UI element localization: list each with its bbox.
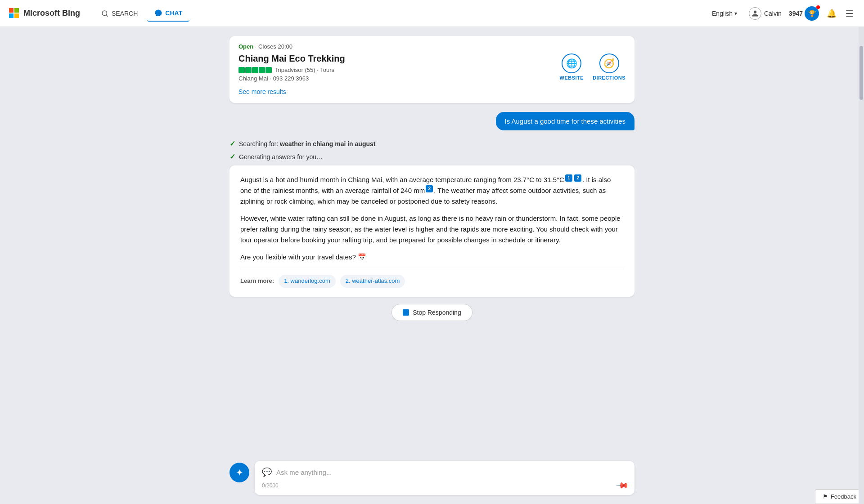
user-section[interactable]: Calvin [749,7,782,20]
business-card: Open · Closes 20:00 Chiang Mai Eco Trekk… [230,36,634,103]
search-input[interactable]: Ask me anything... [276,468,627,476]
star-1 [238,67,245,73]
input-chat-icon: 💬 [262,467,272,477]
ai-paragraph-1: August is a hot and humid month in Chian… [240,174,624,207]
business-actions: 🌐 WEBSITE 🧭 DIRECTIONS [560,54,626,80]
star-4 [259,67,265,73]
reward-badge[interactable]: 3947 🏆 [789,6,819,21]
globe-icon: 🌐 [562,54,581,73]
search-icon [101,9,109,18]
star-2 [245,67,252,73]
reward-count: 3947 [789,10,803,17]
logo[interactable]: Microsoft Bing [9,8,80,19]
business-main: Chiang Mai Eco Trekking Tripadvisor (55) [238,54,626,96]
status-line-2: ✓ Generating answers for you… [230,152,634,161]
stop-square-icon [403,309,409,316]
website-button[interactable]: 🌐 WEBSITE [560,54,584,80]
nav-chat[interactable]: CHAT [147,5,189,22]
check-icon-1: ✓ [230,139,235,148]
chat-label: CHAT [165,9,182,17]
chevron-down-icon: ▾ [734,10,737,17]
check-icon-2: ✓ [230,152,235,161]
avatar: ✦ [230,463,249,482]
ai-response-card: August is a hot and humid month in Chian… [230,165,634,297]
learn-more-label: Learn more: [240,277,274,286]
ai-paragraph-2: However, white water rafting can still b… [240,213,624,245]
citation-3[interactable]: 2 [426,185,433,192]
citation-2[interactable]: 2 [574,174,581,182]
feedback-icon: ⚑ [823,493,828,500]
directions-label: DIRECTIONS [593,75,626,80]
scrollbar[interactable] [859,27,864,504]
learn-more-section: Learn more: 1. wanderlog.com 2. weather-… [240,269,624,288]
svg-line-1 [106,15,108,16]
business-address: Chiang Mai · 093 229 3963 [238,75,345,82]
main-content: Open · Closes 20:00 Chiang Mai Eco Trekk… [0,27,864,504]
status-text-2: Generating answers for you… [239,153,323,161]
chat-icon [154,9,162,17]
brand-name: Microsoft Bing [23,9,80,18]
directions-icon: 🧭 [599,54,619,73]
status-separator: · [255,43,257,50]
status-line-1: ✓ Searching for: weather in chiang mai i… [230,139,634,148]
feedback-label: Feedback [831,493,856,500]
business-name: Chiang Mai Eco Trekking [238,54,345,64]
pin-icon[interactable]: 📌 [615,478,629,492]
review-text: Tripadvisor (55) · Tours [274,67,334,73]
header: Microsoft Bing SEARCH CHAT English ▾ Cal… [0,0,864,27]
input-box: 💬 Ask me anything... 0/2000 📌 [255,461,634,495]
star-5 [266,67,272,73]
stop-btn-container: Stop Responding [230,304,634,321]
star-rating [238,67,272,73]
input-area: ✦ 💬 Ask me anything... 0/2000 📌 [0,454,864,504]
feedback-button[interactable]: ⚑ Feedback [815,489,864,504]
hamburger-menu-icon[interactable] [844,8,855,19]
directions-button[interactable]: 🧭 DIRECTIONS [593,54,626,80]
char-count: 0/2000 [262,482,279,489]
nav-search[interactable]: SEARCH [94,6,145,21]
user-message-container: Is August a good time for these activiti… [230,112,634,130]
stars-row: Tripadvisor (55) · Tours [238,67,345,73]
source-link-2[interactable]: 2. weather-atlas.com [340,275,405,288]
language-selector[interactable]: English ▾ [707,7,742,20]
user-icon [749,7,761,20]
svg-point-0 [102,11,107,16]
chat-container: Open · Closes 20:00 Chiang Mai Eco Trekk… [230,36,634,504]
stop-responding-label: Stop Responding [413,309,461,316]
user-message-text: Is August a good time for these activiti… [505,117,626,125]
user-message-bubble: Is August a good time for these activiti… [496,112,634,130]
business-info: Chiang Mai Eco Trekking Tripadvisor (55) [238,54,345,96]
status-text-1: Searching for: weather in chiang mai in … [239,140,375,147]
source-link-1[interactable]: 1. wanderlog.com [279,275,336,288]
website-label: WEBSITE [560,75,584,80]
input-bottom: 0/2000 📌 [262,481,627,491]
citation-1[interactable]: 1 [565,174,572,182]
bing-logo-icon [9,8,20,19]
see-more-link[interactable]: See more results [238,88,286,95]
open-status: Open [238,43,253,50]
language-label: English [712,10,733,17]
stop-responding-button[interactable]: Stop Responding [392,304,472,321]
ai-paragraph-3: Are you flexible with your travel dates?… [240,252,624,263]
star-3 [252,67,258,73]
close-time: Closes 20:00 [258,43,292,50]
nav: SEARCH CHAT [94,5,189,22]
header-right: English ▾ Calvin 3947 🏆 🔔 [707,6,855,21]
avatar-icon: ✦ [236,467,243,478]
business-status: Open · Closes 20:00 [238,43,626,50]
notification-bell-icon[interactable]: 🔔 [826,8,837,19]
input-field: 💬 Ask me anything... [262,467,627,477]
input-row: ✦ 💬 Ask me anything... 0/2000 📌 [230,461,634,495]
scrollbar-thumb[interactable] [860,46,863,100]
reward-icon: 🏆 [805,6,819,21]
search-label: SEARCH [112,10,138,17]
user-name: Calvin [764,10,782,17]
